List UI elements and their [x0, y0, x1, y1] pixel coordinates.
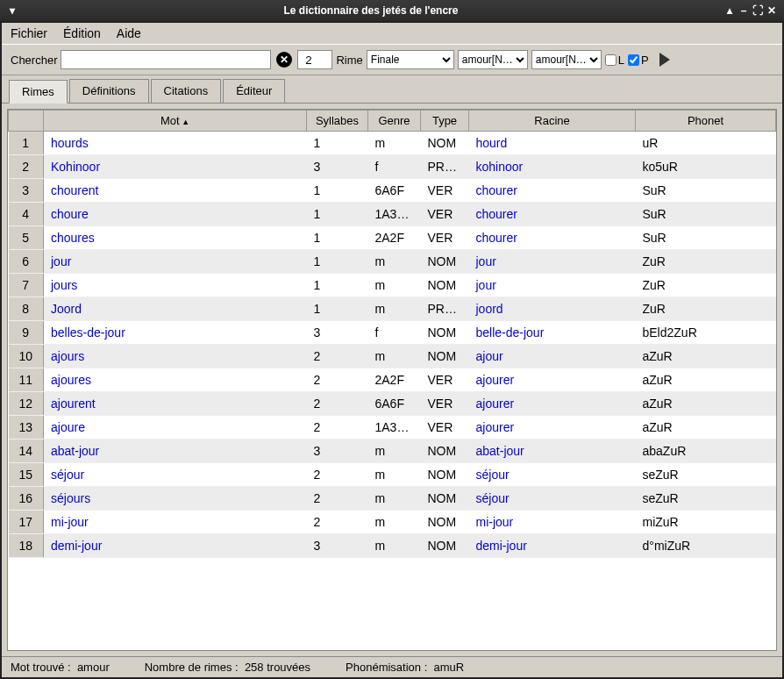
cell-racine[interactable]: jour — [469, 274, 636, 297]
col-phonet[interactable]: Phonet — [636, 111, 776, 132]
cell-mot[interactable]: demi-jour — [44, 534, 307, 558]
cell-rownum: 18 — [9, 534, 44, 558]
rime-type-select[interactable]: Finale — [367, 50, 454, 69]
play-button[interactable] — [652, 50, 672, 69]
cell-racine[interactable]: ajourer — [469, 368, 636, 392]
cell-racine[interactable]: hourd — [469, 132, 636, 155]
table-row[interactable]: 8Joord1mPR…joordZuR — [9, 297, 776, 321]
cell-mot[interactable]: ajoure — [44, 416, 307, 440]
menu-toggle-icon[interactable]: ▾ — [5, 4, 19, 17]
filter2-select[interactable]: amour[N… — [531, 50, 602, 69]
cell-mot[interactable]: séjours — [44, 487, 307, 511]
cell-racine[interactable]: chourer — [469, 203, 636, 226]
cell-mot[interactable]: belles-de-jour — [44, 321, 307, 345]
col-syllabes[interactable]: Syllabes — [307, 111, 368, 132]
cell-phon: SuR — [636, 226, 776, 250]
cell-mot[interactable]: jour — [44, 250, 307, 274]
cell-mot[interactable]: hourds — [44, 132, 307, 155]
cell-rownum: 2 — [9, 155, 44, 179]
rollup-icon[interactable]: ▴ — [723, 4, 737, 17]
cell-racine[interactable]: demi-jour — [469, 534, 636, 558]
cell-racine[interactable]: chourer — [469, 226, 636, 250]
checkbox-p[interactable]: P — [628, 54, 649, 67]
cell-racine[interactable]: kohinoor — [469, 155, 636, 179]
col-type[interactable]: Type — [421, 111, 469, 132]
cell-mot[interactable]: abat-jour — [44, 440, 307, 463]
table-row[interactable]: 1hourds1mNOMhourduR — [9, 132, 776, 155]
cell-syl: 2 — [307, 392, 368, 416]
cell-racine[interactable]: séjour — [469, 463, 636, 487]
tab-definitions[interactable]: Définitions — [69, 79, 149, 103]
cell-racine[interactable]: abat-jour — [469, 440, 636, 463]
table-row[interactable]: 2Kohinoor3fPR…kohinoorko5uR — [9, 155, 776, 179]
cell-racine[interactable]: ajourer — [469, 416, 636, 440]
cell-mot[interactable]: choure — [44, 203, 307, 226]
cell-racine[interactable]: chourer — [469, 179, 636, 203]
cell-mot[interactable]: jours — [44, 274, 307, 297]
menu-help[interactable]: Aide — [117, 26, 141, 40]
syllable-count-input[interactable] — [297, 50, 332, 69]
cell-mot[interactable]: ajourent — [44, 392, 307, 416]
table-row[interactable]: 5choures12A2FVERchourerSuR — [9, 226, 776, 250]
table-row[interactable]: 3chourent16A6FVERchourerSuR — [9, 179, 776, 203]
cell-mot[interactable]: ajours — [44, 345, 307, 368]
cell-type: NOM — [421, 345, 469, 368]
cell-racine[interactable]: joord — [469, 297, 636, 321]
cell-mot[interactable]: choures — [44, 226, 307, 250]
table-row[interactable]: 6jour1mNOMjourZuR — [9, 250, 776, 274]
table-row[interactable]: 17mi-jour2mNOMmi-jourmiZuR — [9, 511, 776, 534]
filter1-select[interactable]: amour[N… — [458, 50, 528, 69]
table-row[interactable]: 9belles-de-jour3fNOMbelle-de-jourbEld2Zu… — [9, 321, 776, 345]
results-table: Mot Syllabes Genre Type Racine Phonet 1h… — [8, 110, 776, 558]
cell-racine[interactable]: séjour — [469, 487, 636, 511]
table-row[interactable]: 11ajoures22A2FVERajoureraZuR — [9, 368, 776, 392]
menu-edit[interactable]: Édition — [63, 26, 101, 40]
cell-mot[interactable]: chourent — [44, 179, 307, 203]
menu-file[interactable]: Fichier — [11, 26, 47, 40]
table-row[interactable]: 15séjour2mNOMséjourseZuR — [9, 463, 776, 487]
tab-citations[interactable]: Citations — [151, 79, 222, 103]
table-row[interactable]: 14abat-jour3mNOMabat-jourabaZuR — [9, 440, 776, 463]
cell-racine[interactable]: ajourer — [469, 392, 636, 416]
close-icon[interactable]: ✕ — [765, 4, 779, 17]
cell-mot[interactable]: séjour — [44, 463, 307, 487]
col-racine[interactable]: Racine — [469, 111, 636, 132]
col-mot[interactable]: Mot — [44, 111, 307, 132]
cell-syl: 2 — [307, 345, 368, 368]
tab-editeur[interactable]: Éditeur — [223, 79, 285, 103]
cell-rownum: 3 — [9, 179, 44, 203]
cell-mot[interactable]: Kohinoor — [44, 155, 307, 179]
checkbox-p-input[interactable] — [628, 54, 639, 66]
cell-racine[interactable]: ajour — [469, 345, 636, 368]
table-row[interactable]: 13ajoure21A3…VERajoureraZuR — [9, 416, 776, 440]
rime-label: Rime — [336, 54, 362, 67]
col-rownum[interactable] — [9, 111, 44, 132]
cell-racine[interactable]: jour — [469, 250, 636, 274]
play-icon — [659, 53, 670, 67]
checkbox-l[interactable]: L — [605, 54, 624, 67]
tab-rimes[interactable]: Rimes — [9, 80, 68, 104]
table-row[interactable]: 10ajours2mNOMajouraZuR — [9, 345, 776, 368]
table-row[interactable]: 12ajourent26A6FVERajoureraZuR — [9, 392, 776, 416]
cell-genre: 2A2F — [368, 226, 421, 250]
cell-syl: 1 — [307, 250, 368, 274]
cell-racine[interactable]: mi-jour — [469, 511, 636, 534]
checkbox-l-input[interactable] — [605, 54, 617, 66]
table-row[interactable]: 4choure11A3…VERchourerSuR — [9, 203, 776, 226]
clear-search-button[interactable]: ✕ — [274, 50, 294, 69]
table-row[interactable]: 7jours1mNOMjourZuR — [9, 274, 776, 297]
cell-genre: m — [368, 511, 421, 534]
cell-type: NOM — [421, 440, 469, 463]
cell-mot[interactable]: mi-jour — [44, 511, 307, 534]
cell-mot[interactable]: ajoures — [44, 368, 307, 392]
table-row[interactable]: 18demi-jour3mNOMdemi-jourd°miZuR — [9, 534, 776, 558]
table-row[interactable]: 16séjours2mNOMséjourseZuR — [9, 487, 776, 511]
minimize-icon[interactable]: – — [737, 4, 751, 17]
table-scroll[interactable]: Mot Syllabes Genre Type Racine Phonet 1h… — [7, 109, 777, 651]
search-input[interactable] — [61, 50, 271, 69]
cell-mot[interactable]: Joord — [44, 297, 307, 321]
col-genre[interactable]: Genre — [368, 111, 421, 132]
maximize-icon[interactable]: ⛶ — [751, 4, 765, 17]
cell-syl: 1 — [307, 203, 368, 226]
cell-racine[interactable]: belle-de-jour — [469, 321, 636, 345]
